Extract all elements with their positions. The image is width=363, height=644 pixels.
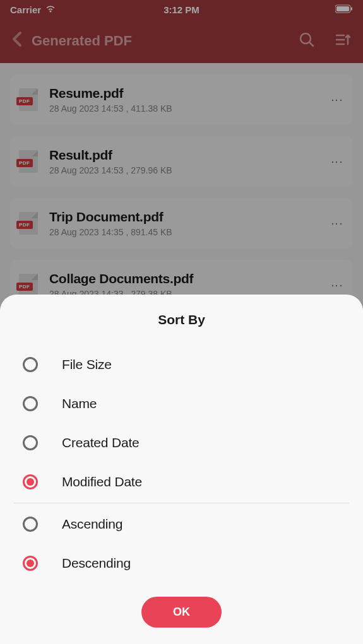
sort-criteria-option[interactable]: Created Date <box>16 423 347 462</box>
sort-option-label: Created Date <box>62 435 140 450</box>
sort-sheet: Sort By File SizeNameCreated DateModifie… <box>0 295 363 644</box>
sort-option-label: File Size <box>62 357 112 372</box>
sort-criteria-option[interactable]: Name <box>16 384 347 423</box>
sort-option-label: Modified Date <box>62 474 142 489</box>
sheet-title: Sort By <box>0 312 363 327</box>
ok-button[interactable]: OK <box>141 597 222 628</box>
radio-icon <box>23 517 38 532</box>
radio-icon <box>23 435 38 450</box>
sort-option-label: Ascending <box>62 517 122 532</box>
sort-option-label: Name <box>62 396 97 411</box>
radio-icon <box>23 474 38 489</box>
sort-direction-option[interactable]: Descending <box>16 544 347 583</box>
sort-direction-option[interactable]: Ascending <box>16 505 347 544</box>
sort-criteria-option[interactable]: Modified Date <box>16 462 347 501</box>
radio-icon <box>23 396 38 411</box>
sort-option-label: Descending <box>62 556 131 571</box>
sort-criteria-list: File SizeNameCreated DateModified Date <box>0 345 363 501</box>
radio-icon <box>23 357 38 372</box>
radio-icon <box>23 556 38 571</box>
sort-direction-list: AscendingDescending <box>0 505 363 583</box>
sheet-divider <box>14 503 349 503</box>
sort-criteria-option[interactable]: File Size <box>16 345 347 384</box>
